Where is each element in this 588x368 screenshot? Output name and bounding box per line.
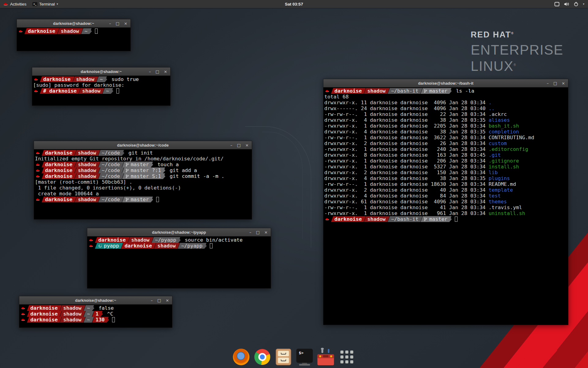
prompt-segment-path: ~/pyapp: [178, 243, 207, 249]
terminal-content[interactable]: darknoiseshadow~ falsedarknoiseshadow~1 …: [19, 305, 172, 328]
terminal-cursor: [156, 197, 159, 202]
minimize-button[interactable]: –: [547, 81, 549, 85]
terminal-content[interactable]: darknoiseshadow~/code git initInitialize…: [34, 149, 252, 219]
window-titlebar[interactable]: darknoise@shadow:~ – □ ×: [19, 296, 172, 305]
prompt-segment-git: master: [122, 162, 153, 167]
prompt-segment-user: darknoise: [27, 305, 62, 311]
chrome-icon[interactable]: [254, 348, 271, 366]
close-button[interactable]: ×: [124, 21, 127, 25]
maximize-button[interactable]: □: [553, 81, 557, 85]
prompt-segment-path: ~/code: [98, 197, 124, 202]
toolbox-icon[interactable]: [317, 348, 334, 366]
file-name: aliases: [488, 117, 510, 123]
volume-icon[interactable]: [564, 2, 569, 6]
maximize-button[interactable]: □: [256, 230, 260, 234]
prompt-segment-path: ~/code: [98, 162, 124, 167]
prompt-segment-venv: pyapp: [95, 243, 123, 249]
prompt-segment-user: darknoise: [42, 162, 76, 167]
prompt-segment-user: darknoise: [27, 317, 62, 323]
clock[interactable]: Sat 03:57: [285, 2, 303, 6]
close-button[interactable]: ×: [245, 143, 249, 147]
maximize-button[interactable]: □: [237, 143, 241, 147]
terminal-output-line: drwx------. 24 darknoise darknoise 4096 …: [324, 105, 567, 111]
prompt-segment-path: ~: [84, 311, 94, 317]
terminal-content[interactable]: darknoiseshadow~ sudo true[sudo] passwor…: [32, 76, 170, 105]
output-text: -rwxrwxr-x. 1 darknoise darknoise 961 Ja…: [324, 210, 488, 216]
close-button[interactable]: ×: [562, 81, 565, 85]
file-name: .gitignore: [488, 158, 519, 164]
redhat-prompt-icon: [36, 169, 40, 172]
window-titlebar[interactable]: darknoise@shadow:~ – □ ×: [17, 19, 130, 28]
terminal-output-line: 1 file changed, 0 insertions(+), 0 delet…: [35, 185, 251, 191]
minimize-button[interactable]: –: [109, 21, 111, 25]
file-name: bash_it.sh: [488, 123, 519, 129]
minimize-button[interactable]: –: [249, 230, 251, 234]
output-text: drwxrwxr-x. 61 darknoise darknoise 4096 …: [324, 199, 488, 205]
app-menu-terminal[interactable]: >_ Terminal ▾: [29, 0, 61, 8]
python-venv-icon: [98, 244, 102, 248]
output-text: drwxrwxr-x. 11 darknoise darknoise 4096 …: [324, 100, 488, 105]
file-name: .git: [488, 152, 501, 158]
prompt-segment-user: darknoise: [331, 88, 366, 94]
terminal-output-line: drwxrwxr-x. 2 darknoise darknoise 150 Ja…: [324, 170, 567, 175]
terminal-prompt-line: darknoiseshadow~/codemaster S:1 git comm…: [35, 173, 251, 179]
window-titlebar[interactable]: darknoise@shadow:~/bash-it – □ ×: [323, 79, 568, 87]
minimize-button[interactable]: –: [149, 70, 151, 74]
terminal-cursor: [210, 243, 213, 248]
gnome-top-bar: Activities >_ Terminal ▾ Sat 03:57 ▾: [0, 0, 588, 8]
window-titlebar[interactable]: darknoise@shadow:~ – □ ×: [32, 67, 170, 76]
terminal-prompt-line: darknoiseshadow~ false: [20, 305, 171, 311]
output-text: -rwxrwxr-x. 1 darknoise darknoise 206 Ja…: [324, 158, 488, 164]
output-text: Initialized empty Git repository in /hom…: [35, 156, 224, 162]
prompt-segment-host: shadow: [74, 167, 100, 173]
window-title: darknoise@shadow:~: [53, 21, 94, 26]
command-text: false: [94, 305, 114, 311]
prompt-segment-path: ~/pyapp: [152, 237, 180, 243]
window-titlebar[interactable]: darknoise@shadow:~/code – □ ×: [34, 141, 252, 149]
app-menu-label: Terminal: [39, 2, 55, 6]
file-name: .: [488, 100, 492, 105]
terminal-output-line: -rwxrwxr-x. 1 darknoise darknoise 206 Ja…: [324, 158, 567, 164]
prompt-segment-path: ~/code: [98, 167, 124, 173]
output-text: drwxrwxr-x. 2 darknoise darknoise 26 Jan…: [324, 140, 488, 146]
terminal-window-bash-it: darknoise@shadow:~/bash-it – □ × darknoi…: [323, 79, 568, 325]
terminal-icon[interactable]: $>: [296, 348, 313, 366]
file-name: themes: [488, 199, 507, 205]
brand-linux: LINUX: [471, 58, 514, 74]
activities-button[interactable]: Activities: [0, 0, 29, 8]
prompt-segment-path: ~/bash-it: [388, 216, 422, 222]
power-icon[interactable]: [574, 2, 579, 6]
firefox-icon[interactable]: [233, 348, 250, 366]
minimize-button[interactable]: –: [230, 143, 232, 147]
terminal-content[interactable]: darknoiseshadow~/pyapp source bin/activa…: [87, 236, 271, 288]
terminal-prompt-line: darknoiseshadow~/codemaster: [35, 197, 251, 202]
window-titlebar[interactable]: darknoise@shadow:~/pyapp – □ ×: [87, 228, 271, 236]
terminal-prompt-line: darknoiseshadow~1 ^C: [20, 311, 171, 317]
maximize-button[interactable]: □: [156, 70, 159, 74]
close-button[interactable]: ×: [166, 298, 169, 302]
redhat-prompt-icon: [36, 163, 40, 166]
close-button[interactable]: ×: [164, 70, 167, 74]
redhat-prompt-icon: [21, 312, 25, 316]
output-text: -rwxrwxr-x. 1 darknoise darknoise 5327 J…: [324, 164, 488, 170]
terminal-output-line: create mode 100644 a: [35, 191, 251, 197]
terminal-content[interactable]: darknoiseshadow~/bash-itmaster ls -latot…: [323, 87, 568, 325]
chevron-down-icon[interactable]: ▾: [583, 2, 584, 6]
maximize-button[interactable]: □: [157, 298, 161, 302]
minimize-button[interactable]: –: [151, 298, 153, 302]
screen-icon[interactable]: [554, 2, 560, 6]
output-text: -rwxrwxr-x. 1 darknoise darknoise 2205 J…: [324, 123, 488, 129]
output-text: drwxrwxr-x. 2 darknoise darknoise 150 Ja…: [324, 170, 488, 175]
prompt-segment-host: shadow: [74, 150, 100, 156]
terminal-output-line: -rw-rw-r--. 1 darknoise darknoise 3622 J…: [324, 135, 567, 140]
app-grid-icon[interactable]: [338, 348, 356, 366]
terminal-content[interactable]: darknoiseshadow~: [17, 28, 130, 51]
files-icon[interactable]: [275, 348, 292, 366]
terminal-output-line: drwxrwxr-x. 61 darknoise darknoise 4096 …: [324, 199, 567, 205]
output-text: -rw-rw-r--. 1 darknoise darknoise 41 Jan…: [324, 205, 488, 210]
redhat-prompt-icon: [36, 198, 40, 201]
close-button[interactable]: ×: [264, 230, 268, 234]
maximize-button[interactable]: □: [116, 21, 119, 25]
redhat-prompt-icon: [325, 89, 330, 93]
output-text: drwxrwxr-x. 4 darknoise darknoise 84 Jan…: [324, 193, 488, 199]
